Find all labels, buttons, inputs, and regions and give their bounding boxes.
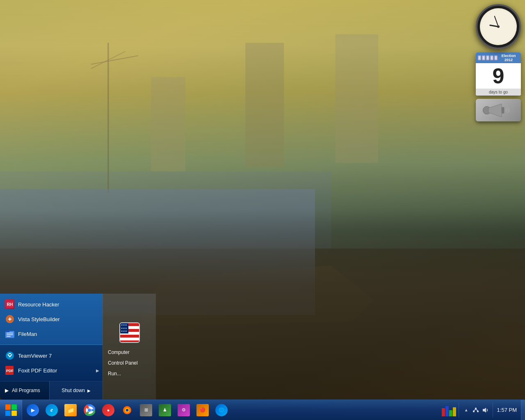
flag-icon: ★★★★★★★★★ (119, 322, 140, 343)
svg-rect-20 (7, 333, 13, 333)
clock-center (497, 25, 500, 28)
svg-point-23 (6, 352, 14, 360)
bar-yellow (453, 407, 456, 416)
vista-stylebuilder-icon (5, 314, 15, 324)
election-days-number: 9 (476, 63, 521, 89)
fileman-icon (5, 329, 15, 339)
election-title: Election 2012 (498, 54, 519, 62)
taskbar-firefox[interactable] (118, 402, 136, 419)
resource-hacker-icon: RH (5, 299, 15, 309)
clock-widget[interactable] (476, 4, 521, 49)
speaker-svg (482, 102, 515, 119)
menu-item-foxit[interactable]: PDF Foxit PDF Editor ▶ (0, 363, 103, 378)
menu-item-label: TeamViewer 7 (18, 353, 52, 359)
svg-text:RH: RH (7, 302, 13, 307)
chrome-icon (83, 404, 96, 416)
app11-icon: 🌐 (215, 404, 228, 416)
svg-rect-2 (151, 77, 185, 171)
svg-rect-4 (336, 34, 378, 163)
menu-item-fileman[interactable]: FileMan (0, 326, 103, 341)
svg-rect-36 (475, 408, 477, 409)
menu-item-label: Foxit PDF Editor (18, 368, 57, 374)
right-menu-control-panel[interactable]: Control Panel (103, 358, 156, 368)
bar-red (442, 408, 445, 416)
app10-icon: 🔴 (196, 404, 209, 416)
tray-arrow-icon[interactable]: ▲ (462, 406, 470, 414)
svg-rect-29 (11, 411, 17, 416)
svg-rect-19 (5, 331, 9, 332)
menu-item-label: FileMan (18, 331, 37, 337)
more-programs-section: TeamViewer 7 PDF Foxit PDF Editor ▶ (0, 345, 103, 381)
election-days-label: days to go (476, 89, 521, 96)
explorer-icon: 📁 (64, 404, 77, 416)
media-player-icon: ▶ (27, 404, 39, 416)
taskbar-app7[interactable]: ⊞ (137, 402, 155, 419)
svg-rect-37 (473, 411, 475, 412)
taskbar-chrome[interactable] (80, 402, 98, 419)
start-menu-footer: ▶ All Programs Shut down ▶ (0, 381, 103, 399)
system-tray: ▲ (459, 400, 493, 420)
taskbar-time: 1:57 PM (497, 407, 517, 413)
taskbar-app8[interactable]: ♟ (156, 402, 174, 419)
taskbar-app11[interactable]: 🌐 (212, 402, 231, 419)
tray-volume-icon[interactable] (481, 406, 489, 414)
start-menu-left: RH Resource Hacker Vista StyleBuilde (0, 294, 103, 399)
recent-programs-section: RH Resource Hacker Vista StyleBuilde (0, 294, 103, 345)
tray-network-icon[interactable] (472, 406, 480, 414)
colored-bars-widget[interactable] (439, 404, 459, 416)
taskbar-ie[interactable]: e (43, 402, 61, 419)
ring3 (486, 55, 489, 60)
taskbar: ▶ e 📁 (0, 399, 525, 420)
ie-icon: e (46, 404, 58, 416)
taskbar-explorer[interactable]: 📁 (62, 402, 80, 419)
app7-icon: ⊞ (140, 404, 152, 416)
bar-blue (445, 406, 449, 416)
svg-rect-3 (245, 43, 284, 167)
right-menu-computer[interactable]: Computer (103, 347, 156, 358)
teamviewer-icon (5, 351, 15, 361)
shutdown-arrow-icon: ▶ (87, 388, 91, 393)
taskbar-media-player[interactable]: ▶ (24, 402, 42, 419)
svg-rect-21 (7, 334, 13, 335)
menu-item-teamviewer[interactable]: TeamViewer 7 (0, 348, 103, 363)
menu-item-label: Vista StyleBuilder (18, 316, 60, 322)
all-programs-label: All Programs (12, 388, 40, 393)
user-logo-area: ★★★★★★★★★ (103, 318, 156, 347)
ring5 (494, 55, 498, 60)
colored-bars (442, 404, 456, 416)
shutdown-button[interactable]: Shut down ▶ (49, 381, 103, 399)
speaker-widget[interactable] (476, 99, 521, 121)
app9-icon: ⚙ (178, 404, 190, 416)
right-menu-run[interactable]: Run... (103, 368, 156, 379)
election-widget[interactable]: Election 2012 9 days to go (476, 52, 521, 96)
ring1 (478, 55, 481, 60)
taskbar-app9[interactable]: ⚙ (175, 402, 193, 419)
svg-line-40 (476, 409, 478, 411)
svg-rect-26 (5, 404, 11, 410)
clock-display[interactable]: 1:57 PM (493, 400, 521, 420)
svg-rect-27 (11, 404, 17, 410)
svg-rect-28 (5, 411, 11, 416)
menu-item-resource-hacker[interactable]: RH Resource Hacker (0, 297, 103, 312)
svg-point-35 (126, 409, 128, 411)
svg-marker-41 (483, 408, 486, 413)
svg-point-32 (88, 409, 91, 412)
taskbar-app10[interactable]: 🔴 (194, 402, 212, 419)
election-header: Election 2012 (476, 52, 521, 63)
taskbar-right: ▲ 1:57 PM (439, 400, 525, 420)
firefox-icon (121, 404, 133, 416)
windows-logo-icon (5, 404, 17, 416)
ring4 (490, 55, 493, 60)
taskbar-app5[interactable]: ● (99, 402, 117, 419)
svg-text:PDF: PDF (6, 369, 14, 373)
shutdown-label: Shut down (62, 388, 85, 393)
menu-item-vista-stylebuilder[interactable]: Vista StyleBuilder (0, 312, 103, 326)
all-programs-button[interactable]: ▶ All Programs (0, 381, 49, 399)
foxit-arrow: ▶ (96, 368, 99, 373)
start-button[interactable] (0, 400, 22, 420)
show-desktop-button[interactable] (521, 400, 525, 420)
app8-icon: ♟ (159, 404, 171, 416)
svg-line-39 (474, 409, 476, 411)
flag-stripes: ★★★★★★★★★ (120, 323, 139, 342)
widgets-container: Election 2012 9 days to go (476, 4, 521, 121)
